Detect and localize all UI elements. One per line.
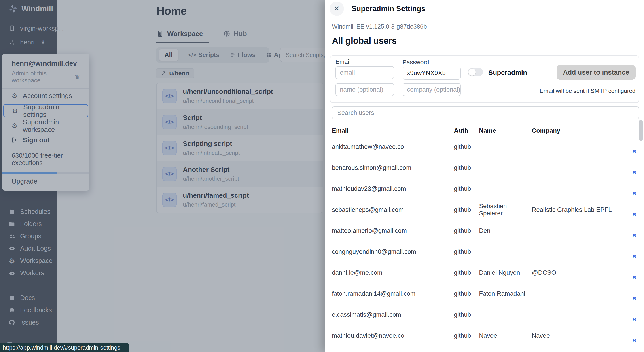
table-row: e.cassimatis@gmail.comgithubs xyxy=(332,304,636,325)
user-action-cell: s xyxy=(626,206,636,213)
user-email-cell: benarous.simon@gmail.com xyxy=(332,164,454,171)
user-action-link[interactable]: s xyxy=(632,232,636,239)
user-name-cell: Navee xyxy=(479,332,532,339)
user-email-cell: e.cassimatis@gmail.com xyxy=(332,311,454,318)
toggle-knob xyxy=(468,69,476,76)
password-label: Password xyxy=(402,59,429,66)
user-auth-cell: github xyxy=(454,185,479,192)
superadmin-toggle-label: Superadmin xyxy=(488,69,527,76)
user-email-cell: ankita.mathew@navee.co xyxy=(332,143,454,150)
user-auth-cell: github xyxy=(454,227,479,234)
user-action-link[interactable]: s xyxy=(632,211,636,217)
superadmin-toggle[interactable] xyxy=(468,68,483,76)
email-label: Email xyxy=(336,58,350,65)
drawer-title: Superadmin Settings xyxy=(352,4,425,13)
password-field[interactable] xyxy=(402,67,461,80)
scrollbar-thumb[interactable] xyxy=(639,120,643,141)
user-auth-cell: github xyxy=(454,206,479,213)
user-action-link[interactable]: s xyxy=(632,337,636,344)
user-email-cell: mathieudav23@gmail.com xyxy=(332,185,454,192)
user-auth-cell: github xyxy=(454,248,479,255)
email-field[interactable] xyxy=(336,66,394,79)
users-table-header: Email Auth Name Company xyxy=(332,125,636,136)
add-user-form: Email Password Superadmin Add user to in… xyxy=(330,55,639,103)
user-auth-cell: github xyxy=(454,290,479,297)
all-global-users-heading: All global users xyxy=(332,36,397,46)
user-auth-cell: github xyxy=(454,332,479,339)
drawer-header: ✕ Superadmin Settings xyxy=(325,0,644,17)
user-action-link[interactable]: s xyxy=(632,148,636,155)
col-header-email: Email xyxy=(332,127,454,134)
user-auth-cell: github xyxy=(454,311,479,318)
user-auth-cell: github xyxy=(454,164,479,171)
table-row: danni.le@me.comgithubDaniel Nguyen@DCSOs xyxy=(332,262,636,283)
user-action-link[interactable]: s xyxy=(632,295,636,302)
superadmin-drawer: ✕ Superadmin Settings Windmill EE v1.125… xyxy=(325,0,644,352)
users-table-body: ankita.mathew@navee.cogithubsbenarous.si… xyxy=(332,136,636,346)
user-action-link[interactable]: s xyxy=(632,274,636,281)
user-action-link[interactable]: s xyxy=(632,316,636,323)
user-action-cell: s xyxy=(626,164,636,171)
close-icon[interactable]: ✕ xyxy=(330,1,344,16)
screen: Windmill virgin-worksp... henri ♛ Schedu… xyxy=(0,0,644,352)
add-user-button[interactable]: Add user to instance xyxy=(556,65,636,80)
drawer-backdrop[interactable] xyxy=(0,0,325,352)
user-auth-cell: github xyxy=(454,269,479,276)
users-table: Email Auth Name Company ankita.mathew@na… xyxy=(332,125,636,346)
user-action-cell: s xyxy=(626,269,636,276)
user-action-cell: s xyxy=(626,311,636,318)
user-action-cell: s xyxy=(626,185,636,192)
user-company-cell: Navee xyxy=(532,332,626,339)
user-email-cell: danni.le@me.com xyxy=(332,269,454,276)
smtp-note: Email will be sent if SMTP configured xyxy=(540,88,636,94)
user-email-cell: mathieu.daviet@navee.co xyxy=(332,332,454,339)
col-header-name: Name xyxy=(479,127,532,134)
company-field[interactable] xyxy=(402,83,461,96)
user-name-cell: Den xyxy=(479,227,532,234)
table-row: ankita.mathew@navee.cogithubs xyxy=(332,136,636,157)
table-row: congnguyendinh0@gmail.comgithubs xyxy=(332,241,636,262)
user-name-cell: Daniel Nguyen xyxy=(479,269,532,276)
user-action-cell: s xyxy=(626,248,636,255)
version-label: Windmill EE v1.125.0-3-g87de386b xyxy=(332,23,427,30)
user-name-cell: Faton Ramadani xyxy=(479,290,532,297)
user-email-cell: congnguyendinh0@gmail.com xyxy=(332,248,454,255)
user-email-cell: faton.ramadani14@gmail.com xyxy=(332,290,454,297)
name-field[interactable] xyxy=(336,83,394,96)
user-name-cell: Sebastien Speierer xyxy=(479,202,532,217)
user-action-link[interactable]: s xyxy=(632,190,636,196)
table-row: sebastieneps@gmail.comgithubSebastien Sp… xyxy=(332,199,636,220)
user-company-cell: Realistic Graphics Lab EPFL xyxy=(532,206,626,213)
user-action-link[interactable]: s xyxy=(632,169,636,176)
table-row: mathieu.daviet@navee.cogithubNaveeNavees xyxy=(332,325,636,346)
user-email-cell: sebastieneps@gmail.com xyxy=(332,206,454,213)
user-email-cell: matteo.amerio@gmail.com xyxy=(332,227,454,234)
table-row: matteo.amerio@gmail.comgithubDens xyxy=(332,220,636,241)
table-row: mathieudav23@gmail.comgithubs xyxy=(332,178,636,199)
search-users-input[interactable] xyxy=(332,106,639,119)
table-row: faton.ramadani14@gmail.comgithubFaton Ra… xyxy=(332,283,636,304)
user-auth-cell: github xyxy=(454,143,479,150)
user-action-link[interactable]: s xyxy=(632,253,636,260)
col-header-auth: Auth xyxy=(454,127,479,134)
user-action-cell: s xyxy=(626,227,636,234)
table-row: benarous.simon@gmail.comgithubs xyxy=(332,157,636,178)
user-action-cell: s xyxy=(626,143,636,150)
col-header-company: Company xyxy=(532,127,626,134)
status-url-tooltip: https://app.windmill.dev/#superadmin-set… xyxy=(0,343,129,352)
user-action-cell: s xyxy=(626,332,636,339)
user-action-cell: s xyxy=(626,290,636,297)
user-company-cell: @DCSO xyxy=(532,269,626,276)
